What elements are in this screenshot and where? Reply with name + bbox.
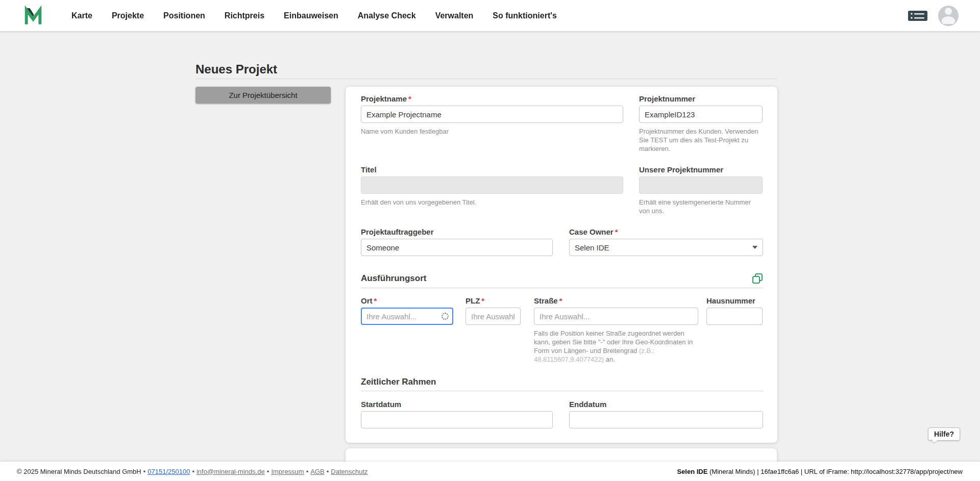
footer-user: Selen IDE [677, 468, 707, 475]
projektnummer-helper: Projektnummer des Kunden. Verwenden Sie … [639, 127, 763, 153]
new-project-form-card: Projektname* Name vom Kunden festlegbar … [346, 87, 777, 443]
strasse-helper: Falls die Position keiner Straße zugeord… [534, 329, 698, 364]
titel-label: Titel [361, 165, 623, 174]
required-asterisk: * [481, 296, 484, 305]
person-icon [938, 6, 959, 26]
projektname-input[interactable] [361, 106, 623, 123]
unsere-projektnummer-input [639, 176, 763, 194]
app-logo[interactable] [23, 5, 43, 27]
titel-input [361, 176, 623, 194]
projektauftraggeber-label: Projektauftraggeber [361, 227, 553, 237]
case-owner-select[interactable]: Selen IDE [569, 239, 763, 256]
projektnummer-input[interactable] [639, 106, 763, 123]
projektauftraggeber-input[interactable] [361, 239, 553, 256]
nav-item-richtpreis[interactable]: Richtpreis [215, 0, 274, 31]
separator: • [306, 468, 309, 475]
strasse-label-text: Straße [534, 296, 558, 305]
form-row-location: Ort* PLZ* [361, 296, 763, 364]
nav-item-verwalten[interactable]: Verwalten [426, 0, 483, 31]
agb-link[interactable]: AGB [310, 468, 324, 475]
case-owner-label: Case Owner* [569, 227, 763, 237]
separator: • [267, 468, 270, 475]
plz-input[interactable] [465, 308, 521, 325]
hausnummer-label: Hausnummer [706, 296, 763, 306]
separator: • [143, 468, 146, 475]
unsere-projektnummer-helper: Erhält eine systemgenerierte Nummer von … [639, 198, 763, 215]
left-pane: Zur Projektübersicht [195, 87, 331, 104]
unsere-projektnummer-label: Unsere Projektnummer [639, 165, 763, 174]
footer-right: Selen IDE (Mineral Minds) | 16fae1ffc6a6… [677, 468, 963, 475]
titel-helper: Erhält den von uns vorgegebenen Titel. [361, 198, 623, 207]
enddatum-input[interactable] [569, 411, 763, 428]
projektname-helper: Name vom Kunden festlegbar [361, 127, 623, 136]
copy-icon[interactable] [752, 273, 763, 284]
server-icon[interactable] [908, 9, 928, 22]
projektname-label: Projektname* [361, 94, 623, 104]
nav-item-einbauweisen[interactable]: Einbauweisen [274, 0, 348, 31]
plz-label: PLZ* [465, 296, 521, 306]
email-link[interactable]: info@mineral-minds.de [197, 468, 265, 475]
form-row-owner: Projektauftraggeber Case Owner* Selen ID… [361, 227, 763, 256]
startdatum-label: Startdatum [361, 400, 553, 409]
main-area: Neues Projekt Zur Projektübersicht Proje… [0, 0, 980, 469]
footer: © 2025 Mineral Minds Deutschland GmbH•07… [0, 462, 980, 481]
strasse-label: Straße* [534, 296, 698, 306]
case-owner-value: Selen IDE [575, 243, 609, 252]
strasse-input[interactable] [534, 308, 698, 325]
chevron-down-icon [752, 246, 757, 249]
footer-left: © 2025 Mineral Minds Deutschland GmbH•07… [17, 468, 368, 475]
navbar-right [908, 6, 959, 26]
hausnummer-input[interactable] [706, 308, 763, 325]
nav-item-karte[interactable]: Karte [62, 0, 102, 31]
section-zeitlicher-rahmen: Zeitlicher Rahmen [361, 377, 763, 391]
nav-item-positionen[interactable]: Positionen [154, 0, 215, 31]
logo-m-icon [23, 20, 43, 29]
form-row-dates: Startdatum Enddatum [361, 400, 763, 428]
case-owner-label-text: Case Owner [569, 227, 614, 236]
top-navbar: Karte Projekte Positionen Richtpreis Ein… [0, 0, 980, 31]
plz-label-text: PLZ [465, 296, 480, 305]
form-row-titel: Titel Erhält den von uns vorgegebenen Ti… [361, 165, 763, 215]
page-title: Neues Projekt [195, 62, 777, 79]
enddatum-label: Enddatum [569, 400, 763, 409]
required-asterisk: * [615, 227, 618, 236]
main-nav: Karte Projekte Positionen Richtpreis Ein… [62, 0, 567, 31]
section-zeitlicher-rahmen-title: Zeitlicher Rahmen [361, 377, 436, 387]
back-to-projects-button[interactable]: Zur Projektübersicht [195, 87, 331, 104]
section-ausfuehrungsort-title: Ausführungsort [361, 273, 426, 284]
nav-item-so-funktionierts[interactable]: So funktioniert's [483, 0, 567, 31]
required-asterisk: * [559, 296, 562, 305]
copyright-text: © 2025 Mineral Minds Deutschland GmbH [17, 468, 141, 475]
projektname-label-text: Projektname [361, 94, 407, 103]
projektnummer-label: Projektnummer [639, 94, 763, 104]
required-asterisk: * [408, 94, 411, 103]
required-asterisk: * [374, 296, 377, 305]
datenschutz-link[interactable]: Datenschutz [331, 468, 368, 475]
section-ausfuehrungsort: Ausführungsort [361, 273, 763, 288]
loading-spinner-icon [442, 313, 449, 320]
form-row-name-number: Projektname* Name vom Kunden festlegbar … [361, 94, 763, 153]
strasse-helper-main: Falls die Position keiner Straße zugeord… [534, 330, 693, 355]
separator: • [327, 468, 329, 475]
strasse-helper-end: an. [604, 356, 615, 363]
phone-link[interactable]: 07151/250100 [148, 468, 190, 475]
user-avatar[interactable] [938, 6, 959, 26]
nav-item-projekte[interactable]: Projekte [102, 0, 154, 31]
nav-item-analyse-check[interactable]: Analyse Check [348, 0, 426, 31]
help-button[interactable]: Hilfe? [928, 427, 960, 441]
footer-session-info: (Mineral Minds) | 16fae1ffc6a6 | URL of … [707, 468, 963, 475]
impressum-link[interactable]: Impressum [271, 468, 304, 475]
ort-input[interactable] [361, 308, 453, 325]
startdatum-input[interactable] [361, 411, 553, 428]
ort-label: Ort* [361, 296, 453, 306]
separator: • [192, 468, 194, 475]
ort-label-text: Ort [361, 296, 373, 305]
